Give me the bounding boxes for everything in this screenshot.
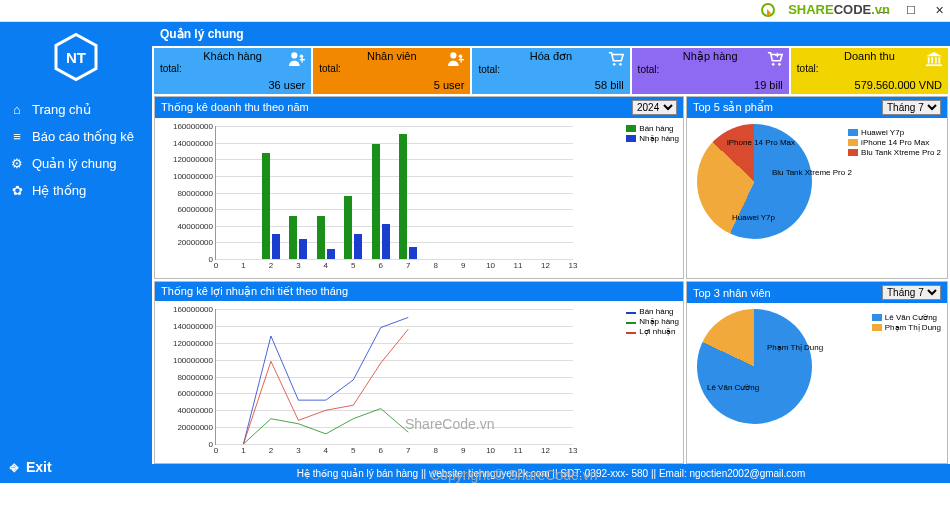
cart-plus-icon <box>765 50 785 68</box>
year-select[interactable]: 2024 <box>632 100 677 115</box>
month-select[interactable]: Tháng 7 <box>882 100 941 115</box>
sidebar: NT ⌂Trang chủ ≡Báo cáo thống kê ⚙Quản lý… <box>0 22 152 483</box>
stat-imports: Nhập hàng total: 19 bill <box>632 48 789 94</box>
line-legend: Bán hàngNhập hàngLợi nhuận <box>626 307 679 337</box>
panel-title: Top 3 nhân viên <box>693 287 771 299</box>
gear-icon: ✿ <box>10 184 24 198</box>
main-content: Quản lý chung Khách hàng total: 36 user … <box>152 22 950 483</box>
nav-home[interactable]: ⌂Trang chủ <box>0 96 152 123</box>
svg-rect-9 <box>461 57 462 62</box>
cart-icon <box>606 50 626 68</box>
nav-reports[interactable]: ≡Báo cáo thống kê <box>0 123 152 150</box>
stats-row: Khách hàng total: 36 user Nhân viên tota… <box>152 46 950 96</box>
window-close-button[interactable]: ✕ <box>932 4 946 17</box>
list-icon: ≡ <box>10 130 24 144</box>
svg-rect-15 <box>777 53 778 57</box>
svg-point-10 <box>612 63 615 66</box>
line-chart: Bán hàngNhập hàngLợi nhuận 0200000004000… <box>155 301 683 463</box>
app-logo: NT <box>0 22 152 92</box>
stat-customers: Khách hàng total: 36 user <box>154 48 311 94</box>
exit-icon: ⎆ <box>10 459 18 475</box>
svg-rect-17 <box>928 57 930 63</box>
grid-icon: ⚙ <box>10 157 24 171</box>
nav-label: Báo cáo thống kê <box>32 129 134 144</box>
panel-title: Thống kê lợi nhuận chi tiết theo tháng <box>161 285 348 298</box>
bar-chart: Bán hàngNhập hàng 0200000004000000060000… <box>155 118 683 278</box>
nav-system[interactable]: ✿Hệ thống <box>0 177 152 204</box>
svg-point-6 <box>451 52 457 58</box>
svg-point-12 <box>772 63 775 66</box>
stat-employees: Nhân viên total: 5 user <box>313 48 470 94</box>
sharecode-logo-icon <box>761 3 775 17</box>
svg-text:NT: NT <box>66 49 86 66</box>
window-maximize-button[interactable]: ☐ <box>904 4 918 17</box>
home-icon: ⌂ <box>10 103 24 117</box>
footer: Hệ thống quản lý bán hàng || website: ti… <box>152 464 950 483</box>
watermark-brand: SHARECODE.vn <box>788 2 890 17</box>
exit-button[interactable]: ⎆Exit <box>0 451 152 483</box>
exit-label: Exit <box>26 459 52 475</box>
panel-profit-monthly: Thống kê lợi nhuận chi tiết theo tháng B… <box>154 281 684 464</box>
bar-legend: Bán hàngNhập hàng <box>626 124 679 144</box>
nav-label: Hệ thống <box>32 183 86 198</box>
svg-rect-20 <box>938 57 940 63</box>
nav-label: Quản lý chung <box>32 156 117 171</box>
svg-rect-5 <box>302 57 303 62</box>
svg-marker-16 <box>926 52 942 56</box>
svg-point-13 <box>778 63 781 66</box>
svg-rect-19 <box>935 57 937 63</box>
window-titlebar: SHARECODE.vn — ☐ ✕ <box>0 0 950 22</box>
pie-chart-products: Huawei Y7piPhone 14 Pro MaxBlu Tank Xtre… <box>687 118 947 278</box>
nav-label: Trang chủ <box>32 102 91 117</box>
pie-legend: Huawei Y7piPhone 14 Pro MaxBlu Tank Xtre… <box>848 128 941 158</box>
stat-revenue: Doanh thu total: 579.560.000 VND <box>791 48 948 94</box>
user-icon <box>446 50 466 68</box>
pie-chart-employees: Lê Văn CườngPhạm Thị Dung Lê Văn Cường P… <box>687 303 947 463</box>
user-icon <box>287 50 307 68</box>
pie-legend: Lê Văn CườngPhạm Thị Dung <box>872 313 941 333</box>
panel-revenue-yearly: Thống kê doanh thu theo năm2024 Bán hàng… <box>154 96 684 279</box>
panel-title: Top 5 sản phẩm <box>693 101 773 114</box>
month-select-2[interactable]: Tháng 7 <box>882 285 941 300</box>
svg-point-11 <box>619 63 622 66</box>
svg-rect-18 <box>931 57 933 63</box>
bank-icon <box>924 50 944 68</box>
panel-title: Thống kê doanh thu theo năm <box>161 101 309 114</box>
nav-menu: ⌂Trang chủ ≡Báo cáo thống kê ⚙Quản lý ch… <box>0 92 152 208</box>
page-title: Quản lý chung <box>152 22 950 46</box>
panel-top-products: Top 5 sản phẩmTháng 7 Huawei Y7piPhone 1… <box>686 96 948 279</box>
svg-rect-21 <box>926 64 942 66</box>
svg-point-2 <box>291 52 297 58</box>
nav-management[interactable]: ⚙Quản lý chung <box>0 150 152 177</box>
stat-invoices: Hóa đơn total: 58 bill <box>472 48 629 94</box>
panel-top-employees: Top 3 nhân viênTháng 7 Lê Văn CườngPhạm … <box>686 281 948 464</box>
